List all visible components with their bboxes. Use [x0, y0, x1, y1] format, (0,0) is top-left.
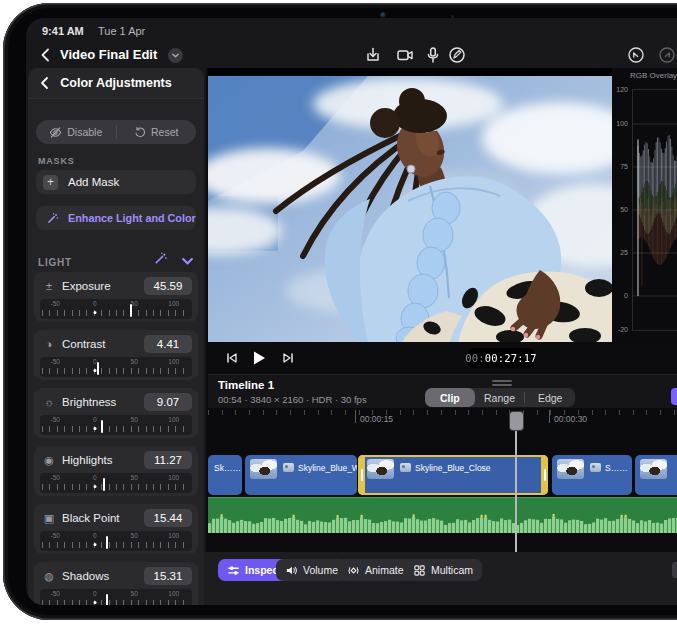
reset-button[interactable]: Reset	[117, 126, 197, 138]
slider-value-brightness[interactable]: 9.07	[144, 393, 192, 411]
cutoff-right-button[interactable]	[672, 562, 677, 578]
playhead-handle[interactable]	[509, 411, 524, 431]
back-icon[interactable]	[38, 47, 54, 63]
import-icon[interactable]	[364, 46, 382, 64]
slider-scale-label: 50	[131, 532, 138, 539]
previous-frame-button[interactable]	[224, 350, 240, 366]
slider-zero-marker	[93, 601, 96, 604]
slider-scale-label: 50	[131, 416, 138, 423]
light-label: LIGHT	[38, 257, 72, 268]
slider-ticks	[42, 426, 190, 432]
black-point-icon: ▣	[42, 512, 56, 525]
clip-label: Skyline_Blue_Wide	[298, 463, 357, 473]
audio-track[interactable]	[208, 497, 677, 533]
slider-value-black-point[interactable]: 15.44	[144, 509, 192, 527]
clip-label: Skyline_Blue_Close	[415, 463, 491, 473]
light-section-header[interactable]: LIGHT	[38, 252, 196, 268]
microphone-icon[interactable]	[424, 46, 442, 64]
shadows-icon: ◍	[42, 570, 56, 583]
scope-axis-label: 50	[612, 206, 628, 213]
scope-axis-label: 100	[612, 120, 628, 127]
slider-indicator[interactable]	[106, 536, 108, 549]
clip-trim-handle-left[interactable]	[358, 455, 365, 495]
scope-axis-label: 25	[612, 249, 628, 256]
next-frame-button[interactable]	[280, 350, 296, 366]
slider-scale-label: -50	[50, 358, 59, 365]
camera-icon[interactable]	[396, 46, 414, 64]
enhance-light-color-button[interactable]: Enhance Light and Color	[36, 206, 196, 230]
clip-skyline-blue-close[interactable]: Skyline_Blue_Close	[358, 455, 548, 495]
clip-media-icon	[590, 463, 601, 472]
slider-value-contrast[interactable]: 4.41	[144, 335, 192, 353]
collapse-chevron-icon[interactable]	[180, 254, 195, 269]
disable-label: Disable	[67, 126, 102, 138]
undo-icon[interactable]	[627, 46, 645, 64]
mode-edge[interactable]: Edge	[525, 388, 575, 407]
slider-value-shadows[interactable]: 15.31	[144, 567, 192, 585]
cutoff-purple-button[interactable]	[671, 388, 677, 405]
masks-section-label: MASKS	[38, 156, 75, 166]
speaker-icon	[285, 564, 298, 577]
slider-value-highlights[interactable]: 11.27	[144, 451, 192, 469]
multicam-button[interactable]: Multicam	[404, 559, 482, 581]
slider-label-row: ▣Black Point15.44	[42, 509, 192, 527]
mode-range[interactable]: Range	[475, 388, 525, 407]
slider-track-black-point[interactable]: -50050100	[40, 531, 192, 551]
clip-partial-4[interactable]	[635, 455, 677, 495]
clip-thumbnail	[367, 459, 394, 479]
mode-clip[interactable]: Clip	[425, 388, 475, 407]
clip-trim-handle-right[interactable]	[541, 455, 548, 495]
slider-scale-label: 50	[131, 474, 138, 481]
slider-track-exposure[interactable]: -50050100	[40, 299, 192, 319]
clip-sk-[interactable]: Sk……	[208, 455, 242, 495]
slider-indicator[interactable]	[106, 594, 108, 605]
slider-zero-marker	[93, 369, 96, 372]
play-button[interactable]	[250, 349, 268, 367]
timeline-ruler[interactable]: 00:00:1500:00:30	[208, 408, 677, 455]
slider-zero-marker	[93, 485, 96, 488]
scope-axis-label: 0	[612, 292, 628, 299]
playhead-line	[515, 412, 517, 552]
slider-indicator[interactable]	[97, 362, 99, 375]
auto-enhance-icon[interactable]	[153, 251, 168, 266]
scope-axis-label: 75	[612, 163, 628, 170]
slider-indicator[interactable]	[103, 478, 105, 491]
slider-track-shadows[interactable]: -50050100	[40, 589, 192, 605]
slider-name: Highlights	[62, 454, 113, 466]
panel-drag-handle[interactable]	[492, 380, 512, 388]
slider-value-exposure[interactable]: 45.59	[144, 277, 192, 295]
add-mask-button[interactable]: + Add Mask	[36, 170, 196, 194]
slider-indicator[interactable]	[130, 304, 132, 317]
slider-scale-label: 0	[93, 590, 97, 597]
slider-zero-marker	[93, 427, 96, 430]
eye-off-icon	[49, 126, 62, 139]
timecode-display[interactable]: 00:00:27:17	[468, 348, 534, 368]
ruler-minor-ticks	[208, 410, 677, 415]
slider-scale-label: -50	[50, 300, 59, 307]
slider-label-row: ◉Highlights11.27	[42, 451, 192, 469]
exposure-icon: ±	[42, 280, 56, 292]
enhance-label: Enhance Light and Color	[68, 212, 196, 224]
clip-skyline-blue-wide[interactable]: Skyline_Blue_Wide	[245, 455, 357, 495]
slider-name: Exposure	[62, 280, 111, 292]
viewer-photo	[208, 76, 612, 342]
panel-title: Color Adjustments	[28, 76, 204, 90]
slider-zero-marker	[93, 311, 96, 314]
clip-s-[interactable]: S……	[552, 455, 632, 495]
clip-media-icon	[283, 463, 294, 472]
slider-scale-label: 0	[93, 300, 97, 307]
animate-button[interactable]: Animate	[338, 559, 413, 581]
slider-indicator[interactable]	[101, 420, 103, 433]
slider-track-contrast[interactable]: -50050100	[40, 357, 192, 377]
audio-waveform	[208, 498, 677, 533]
disable-button[interactable]: Disable	[36, 126, 116, 139]
pencil-icon[interactable]	[448, 46, 466, 64]
slider-track-highlights[interactable]: -50050100	[40, 473, 192, 493]
volume-button[interactable]: Volume	[276, 559, 347, 581]
video-viewer[interactable]	[208, 68, 612, 342]
contrast-icon: ◑	[42, 338, 56, 350]
slider-track-brightness[interactable]: -50050100	[40, 415, 192, 435]
slider-scale-label: 0	[93, 532, 97, 539]
project-menu-button[interactable]	[168, 48, 183, 63]
slider-label-row: ☼Brightness9.07	[42, 393, 192, 411]
